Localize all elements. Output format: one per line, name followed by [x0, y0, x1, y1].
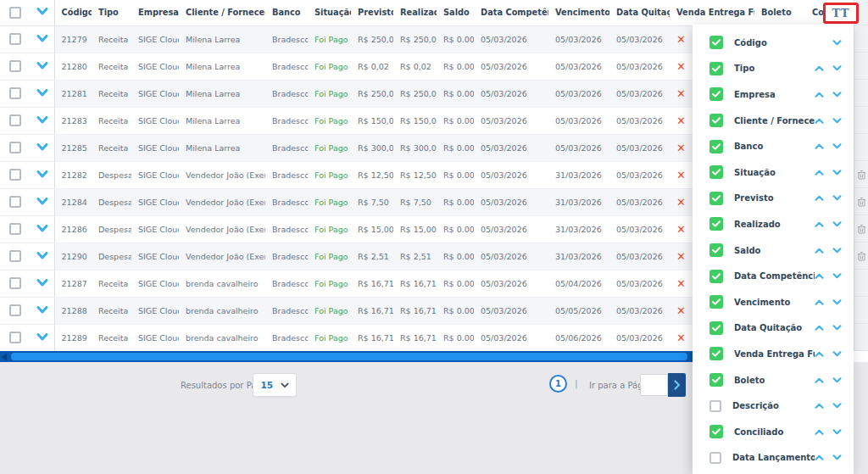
column-visibility-checkbox[interactable]	[709, 425, 723, 438]
scrollbar-left-arrow-icon[interactable]	[2, 354, 7, 360]
goto-page-button[interactable]	[668, 373, 686, 397]
move-down-icon[interactable]	[832, 195, 842, 201]
column-toggle-item[interactable]: Data Quitação	[693, 315, 854, 342]
col-header-situacao[interactable]: Situação	[308, 0, 351, 25]
column-toggle-item[interactable]: Saldo	[693, 237, 854, 264]
column-toggle-item[interactable]: Banco	[693, 133, 854, 159]
col-header-vencimento[interactable]: Vencimento↓	[548, 0, 609, 25]
move-up-icon[interactable]	[815, 454, 824, 460]
col-header-tipo[interactable]: Tipo	[92, 0, 131, 25]
move-down-icon[interactable]	[832, 454, 842, 460]
row-expand-chevron-icon[interactable]	[36, 143, 48, 151]
select-all-checkbox[interactable]	[9, 7, 21, 19]
col-header-realizado[interactable]: Realizado	[393, 0, 437, 25]
col-header-boleto[interactable]: Boleto	[754, 0, 805, 25]
row-expand-chevron-icon[interactable]	[36, 198, 48, 205]
move-up-icon[interactable]	[815, 143, 824, 149]
row-expand-chevron-icon[interactable]	[36, 35, 48, 42]
move-down-icon[interactable]	[832, 429, 842, 435]
move-down-icon[interactable]	[832, 273, 842, 279]
move-up-icon[interactable]	[815, 299, 824, 305]
col-header-empresa[interactable]: Empresa	[131, 0, 179, 25]
column-toggle-item[interactable]: Vencimento	[693, 289, 854, 315]
row-expand-chevron-icon[interactable]	[36, 116, 48, 124]
trash-icon[interactable]	[857, 170, 866, 180]
column-toggle-item[interactable]: Previsto	[693, 186, 854, 212]
column-visibility-checkbox[interactable]	[709, 217, 723, 231]
row-checkbox[interactable]	[9, 169, 21, 181]
current-page-button[interactable]: 1	[549, 375, 567, 393]
move-down-icon[interactable]	[832, 65, 842, 71]
row-checkbox[interactable]	[9, 114, 21, 126]
move-up-icon[interactable]	[815, 403, 824, 409]
col-header-data-quitacao[interactable]: Data Quitação	[609, 0, 670, 25]
row-expand-chevron-icon[interactable]	[36, 279, 48, 287]
column-toggle-item[interactable]: Realizado	[693, 211, 854, 237]
column-toggle-item[interactable]: Venda Entrega Futura	[693, 341, 854, 367]
column-toggle-item[interactable]: Descrição	[693, 393, 854, 419]
col-header-banco[interactable]: Banco	[265, 0, 308, 25]
trash-icon[interactable]	[857, 197, 866, 207]
move-down-icon[interactable]	[832, 143, 842, 149]
row-expand-chevron-icon[interactable]	[36, 62, 48, 70]
row-checkbox[interactable]	[9, 33, 21, 45]
column-settings-icon[interactable]: TT	[832, 7, 850, 20]
row-checkbox[interactable]	[9, 223, 21, 235]
column-visibility-checkbox[interactable]	[709, 87, 723, 101]
col-header-venda-entrega-futura[interactable]: Venda Entrega Futura	[670, 0, 754, 25]
column-visibility-checkbox[interactable]	[709, 321, 723, 335]
goto-page-input[interactable]	[640, 374, 668, 396]
column-toggle-item[interactable]: Data Competência	[693, 263, 854, 289]
move-up-icon[interactable]	[815, 118, 824, 124]
row-checkbox[interactable]	[9, 250, 21, 262]
column-visibility-checkbox[interactable]	[709, 295, 723, 309]
move-up-icon[interactable]	[815, 92, 824, 98]
row-checkbox[interactable]	[9, 277, 21, 289]
row-expand-chevron-icon[interactable]	[36, 89, 48, 97]
move-up-icon[interactable]	[815, 377, 824, 383]
move-down-icon[interactable]	[832, 377, 842, 383]
column-toggle-item[interactable]: Situação	[693, 159, 854, 186]
column-toggle-item[interactable]: Código	[693, 30, 854, 56]
column-visibility-checkbox[interactable]	[709, 62, 723, 75]
move-down-icon[interactable]	[832, 351, 842, 357]
move-down-icon[interactable]	[832, 92, 842, 98]
horizontal-scrollbar[interactable]	[0, 351, 693, 362]
column-visibility-checkbox[interactable]	[709, 373, 723, 387]
trash-icon[interactable]	[857, 251, 866, 261]
col-header-codigo[interactable]: Código	[54, 0, 92, 25]
move-up-icon[interactable]	[815, 325, 824, 331]
row-checkbox[interactable]	[9, 332, 21, 343]
move-up-icon[interactable]	[815, 248, 824, 254]
row-checkbox[interactable]	[9, 142, 21, 153]
column-toggle-item[interactable]: Cliente / Fornecedor	[693, 108, 854, 134]
move-down-icon[interactable]	[832, 170, 842, 176]
column-visibility-checkbox[interactable]	[709, 243, 723, 257]
trash-icon[interactable]	[857, 224, 866, 234]
col-header-previsto[interactable]: Previsto	[351, 0, 393, 25]
column-visibility-checkbox[interactable]	[709, 192, 723, 205]
move-down-icon[interactable]	[832, 325, 842, 331]
move-up-icon[interactable]	[815, 351, 824, 357]
column-toggle-item[interactable]: Data Lançamento	[693, 445, 854, 471]
page-size-select[interactable]: 15	[253, 373, 297, 397]
row-expand-chevron-icon[interactable]	[36, 225, 48, 232]
horizontal-scrollbar-thumb[interactable]	[11, 353, 687, 360]
move-down-icon[interactable]	[832, 118, 842, 124]
row-expand-chevron-icon[interactable]	[36, 333, 48, 341]
column-visibility-checkbox[interactable]	[709, 36, 723, 49]
move-down-icon[interactable]	[832, 40, 842, 46]
move-down-icon[interactable]	[832, 403, 842, 409]
row-expand-chevron-icon[interactable]	[36, 252, 48, 259]
move-up-icon[interactable]	[815, 65, 824, 71]
column-visibility-checkbox[interactable]	[709, 400, 721, 412]
row-checkbox[interactable]	[9, 60, 21, 72]
row-expand-chevron-icon[interactable]	[36, 170, 48, 178]
column-visibility-checkbox[interactable]	[709, 452, 721, 464]
column-visibility-checkbox[interactable]	[709, 270, 723, 283]
column-toggle-item[interactable]: Empresa	[693, 81, 854, 108]
move-down-icon[interactable]	[832, 221, 842, 227]
move-down-icon[interactable]	[832, 248, 842, 254]
move-up-icon[interactable]	[815, 273, 824, 279]
move-up-icon[interactable]	[815, 195, 824, 201]
